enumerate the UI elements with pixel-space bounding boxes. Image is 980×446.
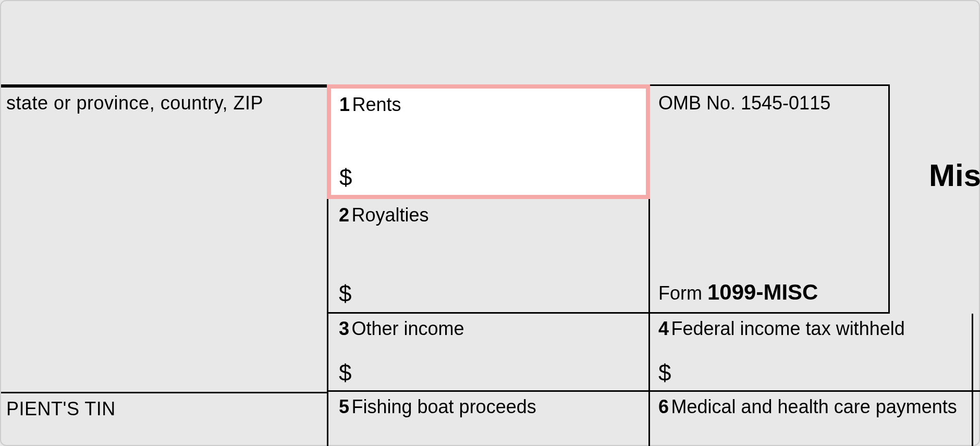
box-5-number: 5	[339, 396, 349, 417]
box-6-medical: 6 Medical and health care payments	[650, 392, 973, 446]
box-4-label: Federal income tax withheld	[671, 318, 904, 339]
box-4-currency: $	[658, 360, 671, 386]
box-1-rents-highlighted[interactable]: 1 Rents $	[327, 84, 650, 199]
omb-number: OMB No. 1545-0115	[658, 92, 880, 114]
form-viewport: state or province, country, ZIP 1 Rents …	[0, 0, 980, 446]
box-2-number: 2	[339, 204, 349, 226]
payer-section-bottom-line	[1, 392, 328, 393]
box-4-number: 4	[658, 318, 669, 339]
payer-address-fragment: state or province, country, ZIP	[6, 92, 263, 114]
box-5-label: Fishing boat proceeds	[351, 396, 536, 417]
box-3-currency: $	[339, 360, 351, 386]
right-border-stub	[973, 314, 980, 392]
box-5-fishing-boat: 5 Fishing boat proceeds	[327, 392, 650, 446]
box-1-currency: $	[339, 165, 352, 191]
form-identifier: Form 1099-MISC	[658, 280, 818, 305]
box-3-other-income: 3 Other income $	[327, 314, 650, 392]
recipient-tin-fragment: PIENT'S TIN	[6, 398, 116, 420]
box-3-label: Other income	[351, 318, 464, 339]
form-name: 1099-MISC	[707, 280, 818, 304]
box-3-number: 3	[339, 318, 349, 339]
box-2-royalties: 2 Royalties $	[327, 199, 650, 314]
box-6-number: 6	[658, 396, 669, 417]
box-2-label: Royalties	[351, 204, 428, 226]
box-4-fed-tax-withheld: 4 Federal income tax withheld $	[650, 314, 973, 392]
box-6-label: Medical and health care payments	[671, 396, 957, 417]
box-1-number: 1	[339, 94, 350, 115]
form-prefix: Form	[658, 282, 707, 304]
box-1-label: Rents	[352, 94, 401, 115]
omb-form-box: OMB No. 1545-0115 Form 1099-MISC	[650, 84, 890, 314]
form-title-fragment: Mis	[929, 157, 980, 193]
box-2-currency: $	[339, 281, 351, 307]
top-border-line	[1, 84, 328, 88]
